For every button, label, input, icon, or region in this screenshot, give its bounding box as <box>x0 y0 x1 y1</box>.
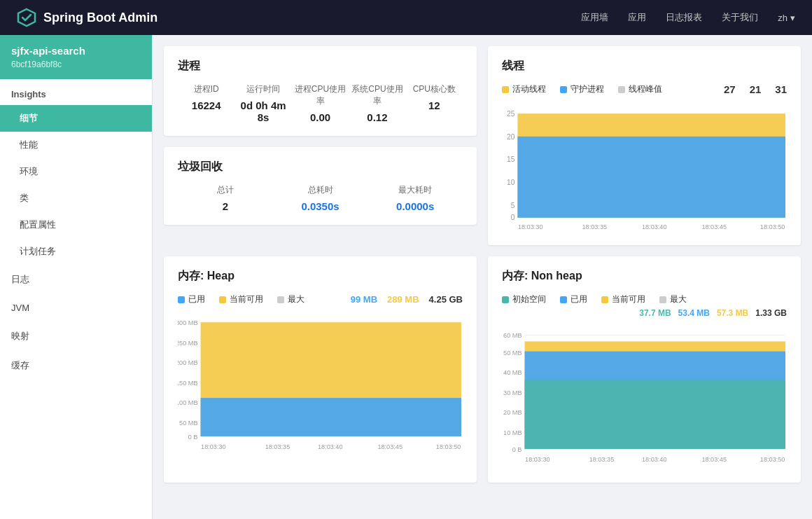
svg-rect-14 <box>517 137 785 218</box>
process-value-syscpu: 0.12 <box>349 111 405 123</box>
process-stat-pid: 进程ID 16224 <box>178 83 234 123</box>
sidebar-item-config[interactable]: 配置属性 <box>0 212 152 238</box>
threads-legend-active-dot <box>502 86 509 93</box>
process-stat-cpu: 进程CPU使用率 0.00 <box>292 83 349 123</box>
gc-label-total: 总计 <box>178 184 273 196</box>
threads-legend: 活动线程 守护进程 线程峰值 27 21 31 <box>502 83 787 95</box>
svg-text:18:03:50: 18:03:50 <box>760 223 785 230</box>
threads-legend-peak-dot <box>618 86 625 93</box>
svg-text:18:03:45: 18:03:45 <box>701 457 727 464</box>
heap-chart: 300 MB 250 MB 200 MB 150 MB 100 MB 50 MB… <box>178 312 463 457</box>
heap-dot-used <box>178 296 185 303</box>
gc-value-maxtime: 0.0000s <box>368 200 463 212</box>
header-nav: 应用墙 应用 日志报表 关于我们 zh ▾ <box>581 11 795 24</box>
nav-about[interactable]: 关于我们 <box>722 11 758 24</box>
sidebar-item-class[interactable]: 类 <box>0 185 152 212</box>
threads-title: 线程 <box>502 59 787 74</box>
heap-legend: 已用 当前可用 最大 99 MB 289 MB 4.25 GB <box>178 293 463 305</box>
lang-switcher[interactable]: zh ▾ <box>778 13 795 23</box>
process-stat-syscpu: 系统CPU使用率 0.12 <box>349 83 405 123</box>
nonheap-dot-avail <box>601 296 608 303</box>
process-value-uptime: 0d 0h 4m 8s <box>234 99 291 123</box>
nonheap-chart: 60 MB 50 MB 40 MB 30 MB 20 MB 10 MB 0 B <box>502 325 787 470</box>
gc-stat-total: 总计 2 <box>178 184 273 212</box>
sidebar-item-env[interactable]: 环境 <box>0 158 152 185</box>
heap-title: 内存: Heap <box>178 269 463 284</box>
svg-text:150 MB: 150 MB <box>178 380 197 387</box>
sidebar: sjfx-api-search 6bcf19a6bf8c Insights 细节… <box>0 35 153 519</box>
svg-text:18:03:35: 18:03:35 <box>582 223 607 230</box>
svg-text:0 B: 0 B <box>512 446 522 453</box>
process-label-syscpu: 系统CPU使用率 <box>349 83 405 107</box>
threads-legend-daemon: 守护进程 <box>560 83 604 95</box>
svg-text:15: 15 <box>507 155 515 163</box>
nav-logs[interactable]: 日志报表 <box>666 11 702 24</box>
sidebar-item-cache[interactable]: 缓存 <box>0 351 152 380</box>
nonheap-legend-used: 已用 <box>560 293 587 305</box>
heap-dot-avail <box>219 296 226 303</box>
heap-value-max: 4.25 GB <box>429 294 463 305</box>
sidebar-item-mapping[interactable]: 映射 <box>0 321 152 351</box>
process-value-cores: 12 <box>406 99 463 111</box>
row-2: 内存: Heap 已用 当前可用 最大 99 MB <box>164 256 801 483</box>
header: Spring Boot Admin 应用墙 应用 日志报表 关于我们 zh ▾ <box>0 0 812 35</box>
sidebar-item-details[interactable]: 细节 <box>0 105 152 132</box>
svg-text:18:03:40: 18:03:40 <box>642 457 667 464</box>
threads-legend-active: 活动线程 <box>502 83 546 95</box>
heap-value-used: 99 MB <box>351 294 377 305</box>
nonheap-value-max: 1.33 GB <box>755 308 787 318</box>
threads-value-daemon: 21 <box>750 83 762 95</box>
gc-value-time: 0.0350s <box>273 200 368 212</box>
threads-value-active: 27 <box>724 83 736 95</box>
threads-chart-svg: 25 20 15 10 5 0 <box>502 102 787 230</box>
heap-chart-svg: 300 MB 250 MB 200 MB 150 MB 100 MB 50 MB… <box>178 312 463 455</box>
svg-text:18:03:40: 18:03:40 <box>318 444 343 451</box>
sidebar-section-title: Insights <box>0 79 152 105</box>
nonheap-title: 内存: Non heap <box>502 269 787 284</box>
gc-value-total: 2 <box>178 200 273 212</box>
logo: Spring Boot Admin <box>17 8 158 27</box>
threads-card: 线程 活动线程 守护进程 线程峰值 27 <box>488 46 801 245</box>
row-1: 进程 进程ID 16224 运行时间 0d 0h 4m 8s 进程CPU使用率 <box>164 46 801 245</box>
threads-chart: 25 20 15 10 5 0 <box>502 102 787 233</box>
svg-text:40 MB: 40 MB <box>503 369 522 376</box>
svg-text:30 MB: 30 MB <box>503 389 522 396</box>
nonheap-value-used: 53.4 MB <box>678 308 710 318</box>
sidebar-item-scheduled[interactable]: 计划任务 <box>0 238 152 265</box>
svg-text:25: 25 <box>507 110 515 118</box>
svg-text:0 B: 0 B <box>188 434 198 441</box>
process-title: 进程 <box>178 59 463 74</box>
process-label-cores: CPU核心数 <box>406 83 463 95</box>
heap-legend-avail: 当前可用 <box>219 293 263 305</box>
process-stat-cores: CPU核心数 12 <box>406 83 463 123</box>
process-label-cpu: 进程CPU使用率 <box>292 83 349 107</box>
nav-apps[interactable]: 应用 <box>628 11 646 24</box>
heap-legend-used: 已用 <box>178 293 205 305</box>
gc-stat-time: 总耗时 0.0350s <box>273 184 368 212</box>
heap-value-avail: 289 MB <box>387 294 419 305</box>
sidebar-item-jvm[interactable]: JVM <box>0 294 152 321</box>
svg-text:5: 5 <box>511 202 515 209</box>
svg-text:18:03:30: 18:03:30 <box>525 457 550 464</box>
svg-text:20 MB: 20 MB <box>503 409 522 416</box>
nonheap-legend-max: 最大 <box>659 293 687 305</box>
svg-text:250 MB: 250 MB <box>178 340 197 347</box>
process-card: 进程 进程ID 16224 运行时间 0d 0h 4m 8s 进程CPU使用率 <box>164 46 477 136</box>
gc-title: 垃圾回收 <box>178 160 463 174</box>
main-content: 进程 进程ID 16224 运行时间 0d 0h 4m 8s 进程CPU使用率 <box>153 35 812 519</box>
nav-appwall[interactable]: 应用墙 <box>581 11 608 24</box>
svg-text:50 MB: 50 MB <box>503 350 522 357</box>
sidebar-item-perf[interactable]: 性能 <box>0 132 152 158</box>
nonheap-dot-init <box>502 296 509 303</box>
gc-stats: 总计 2 总耗时 0.0350s 最大耗时 0.0000s <box>178 184 463 212</box>
app-title: Spring Boot Admin <box>43 11 158 25</box>
sidebar-item-logs[interactable]: 日志 <box>0 265 152 294</box>
svg-text:18:03:50: 18:03:50 <box>436 444 461 451</box>
svg-rect-35 <box>201 398 461 436</box>
svg-text:50 MB: 50 MB <box>179 420 197 427</box>
svg-text:300 MB: 300 MB <box>178 319 197 326</box>
svg-text:0: 0 <box>511 214 515 221</box>
gc-label-time: 总耗时 <box>273 184 368 196</box>
sidebar-app-name: sjfx-api-search <box>0 35 152 60</box>
svg-text:60 MB: 60 MB <box>503 332 522 339</box>
